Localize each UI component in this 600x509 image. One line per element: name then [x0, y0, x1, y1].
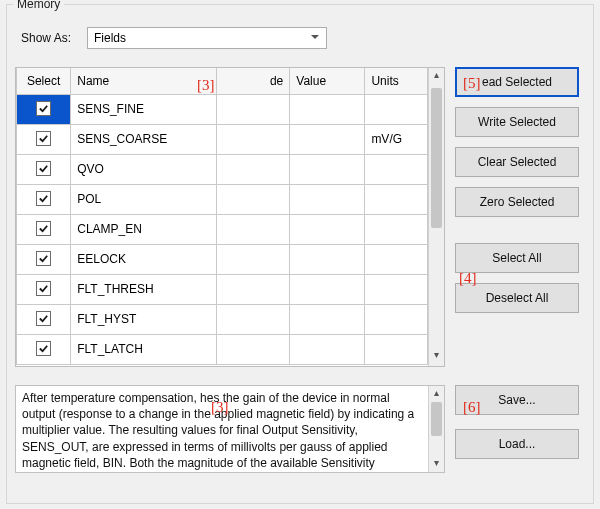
col-units-header[interactable]: Units — [365, 68, 428, 94]
value-cell[interactable] — [290, 334, 365, 364]
checkbox[interactable] — [36, 161, 51, 176]
units-cell[interactable] — [365, 214, 428, 244]
select-all-button[interactable]: Select All — [455, 243, 579, 273]
checkbox[interactable] — [36, 311, 51, 326]
chevron-down-icon — [310, 31, 320, 45]
select-cell[interactable] — [17, 244, 71, 274]
description-scrollbar[interactable]: ▴ ▾ — [428, 386, 444, 472]
col-value-header[interactable]: Value — [290, 68, 365, 94]
write-selected-button[interactable]: Write Selected — [455, 107, 579, 137]
select-cell[interactable] — [17, 214, 71, 244]
name-cell[interactable]: FLT_THRESH — [71, 274, 217, 304]
select-cell[interactable] — [17, 184, 71, 214]
units-cell[interactable] — [365, 334, 428, 364]
save-button[interactable]: Save... — [455, 385, 579, 415]
value-cell[interactable] — [290, 214, 365, 244]
select-cell[interactable] — [17, 94, 71, 124]
units-cell[interactable] — [365, 94, 428, 124]
name-cell[interactable]: SENS_FINE — [71, 94, 217, 124]
select-cell[interactable] — [17, 124, 71, 154]
name-cell[interactable]: EELOCK — [71, 244, 217, 274]
select-cell[interactable] — [17, 304, 71, 334]
checkbox[interactable] — [36, 251, 51, 266]
table-row[interactable]: SENS_FINE — [17, 94, 428, 124]
code-cell[interactable] — [217, 94, 290, 124]
col-select-header[interactable]: Select — [17, 68, 71, 94]
action-buttons: ead Selected Write Selected Clear Select… — [455, 67, 579, 313]
scroll-thumb[interactable] — [431, 402, 442, 436]
table-row[interactable]: SENS_COARSEmV/G — [17, 124, 428, 154]
deselect-all-button[interactable]: Deselect All — [455, 283, 579, 313]
name-cell[interactable]: CLAMP_EN — [71, 214, 217, 244]
fields-table: Select Name de Value Units SENS_FINESENS… — [15, 67, 445, 367]
checkbox[interactable] — [36, 101, 51, 116]
zero-selected-button[interactable]: Zero Selected — [455, 187, 579, 217]
description-pane: After temperature compensation, hes the … — [15, 385, 445, 473]
table-row[interactable]: POL — [17, 184, 428, 214]
scroll-up-icon[interactable]: ▴ — [429, 387, 444, 401]
value-cell[interactable] — [290, 124, 365, 154]
units-cell[interactable] — [365, 274, 428, 304]
checkbox[interactable] — [36, 281, 51, 296]
value-cell[interactable] — [290, 274, 365, 304]
table-scrollbar[interactable]: ▴ ▾ — [428, 68, 444, 366]
checkbox[interactable] — [36, 131, 51, 146]
show-as-value: Fields — [94, 31, 126, 45]
table-row[interactable]: FLT_THRESH — [17, 274, 428, 304]
name-cell[interactable]: FLT_LATCH — [71, 334, 217, 364]
checkbox[interactable] — [36, 191, 51, 206]
description-text: After temperature compensation, hes the … — [16, 386, 428, 472]
name-cell[interactable]: QVO — [71, 154, 217, 184]
code-cell[interactable] — [217, 304, 290, 334]
col-code-header[interactable]: de — [217, 68, 290, 94]
col-name-header[interactable]: Name — [71, 68, 217, 94]
units-cell[interactable] — [365, 154, 428, 184]
units-cell[interactable] — [365, 304, 428, 334]
code-cell[interactable] — [217, 244, 290, 274]
checkbox[interactable] — [36, 221, 51, 236]
units-cell[interactable]: mV/G — [365, 124, 428, 154]
memory-group: Memory Show As: Fields Select Name de Va… — [6, 4, 594, 504]
table-row[interactable]: CLAMP_EN — [17, 214, 428, 244]
scroll-down-icon[interactable]: ▾ — [429, 457, 444, 471]
value-cell[interactable] — [290, 94, 365, 124]
show-as-label: Show As: — [21, 31, 71, 45]
units-cell[interactable] — [365, 184, 428, 214]
clear-selected-button[interactable]: Clear Selected — [455, 147, 579, 177]
code-cell[interactable] — [217, 274, 290, 304]
select-cell[interactable] — [17, 334, 71, 364]
value-cell[interactable] — [290, 244, 365, 274]
select-cell[interactable] — [17, 154, 71, 184]
table-row[interactable]: FLT_LATCH — [17, 334, 428, 364]
checkbox[interactable] — [36, 341, 51, 356]
code-cell[interactable] — [217, 214, 290, 244]
name-cell[interactable]: SENS_COARSE — [71, 124, 217, 154]
name-cell[interactable]: POL — [71, 184, 217, 214]
table-row[interactable]: FLT_HYST — [17, 304, 428, 334]
value-cell[interactable] — [290, 184, 365, 214]
scroll-up-icon[interactable]: ▴ — [429, 69, 444, 85]
show-as-combo[interactable]: Fields — [87, 27, 327, 49]
table-row[interactable]: QVO — [17, 154, 428, 184]
value-cell[interactable] — [290, 154, 365, 184]
value-cell[interactable] — [290, 304, 365, 334]
load-button[interactable]: Load... — [455, 429, 579, 459]
table-header-row: Select Name de Value Units — [17, 68, 428, 94]
code-cell[interactable] — [217, 124, 290, 154]
name-cell[interactable]: FLT_HYST — [71, 304, 217, 334]
read-selected-button[interactable]: ead Selected — [455, 67, 579, 97]
code-cell[interactable] — [217, 184, 290, 214]
file-buttons: Save... Load... — [455, 385, 579, 473]
select-cell[interactable] — [17, 274, 71, 304]
show-as-row: Show As: Fields — [21, 27, 585, 49]
units-cell[interactable] — [365, 244, 428, 274]
code-cell[interactable] — [217, 154, 290, 184]
group-title: Memory — [13, 0, 64, 11]
scroll-down-icon[interactable]: ▾ — [429, 349, 444, 365]
code-cell[interactable] — [217, 334, 290, 364]
table-row[interactable]: EELOCK — [17, 244, 428, 274]
scroll-thumb[interactable] — [431, 88, 442, 228]
